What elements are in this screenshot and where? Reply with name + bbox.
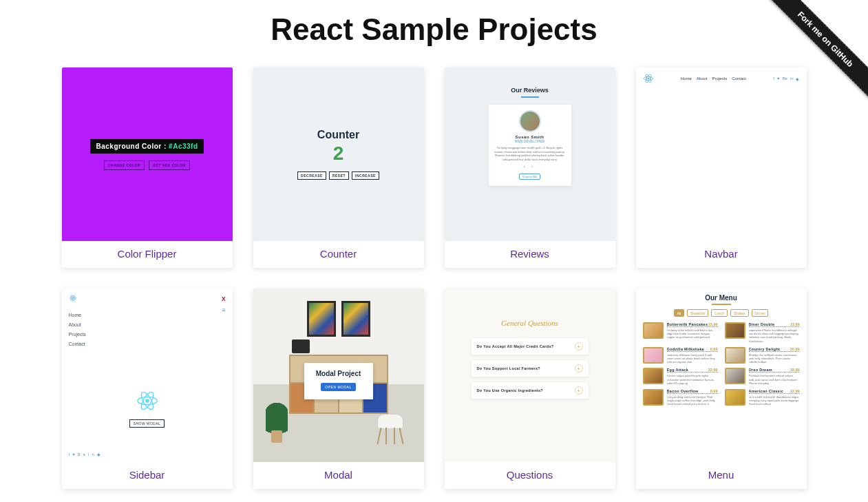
sketch-icon: ◆ [796, 76, 799, 81]
project-card-modal[interactable]: Modal Project OPEN MODAL Modal [253, 289, 424, 489]
menu-item-desc: franzen vegan pabst bicycle rights kicks… [667, 374, 718, 385]
menu-item-name: Country Delight [749, 347, 781, 351]
twitter-icon: ♥ [777, 76, 780, 81]
expand-icon: + [575, 364, 583, 373]
menu-item-image [643, 347, 664, 364]
question-item: Do You Accept All Major Credit Cards? + [472, 338, 589, 355]
filter-dinner: Dinner [752, 309, 769, 317]
nav-link-contact: Contact [732, 76, 746, 81]
menu-item-price: 18.99 [790, 368, 800, 372]
navbar-links: Home About Projects Contact [681, 76, 746, 81]
menu-item: Diner Double13.99vaporware iPhone mumble… [725, 322, 800, 343]
project-card-reviews[interactable]: Our Reviews Susan Smith WEB DEVELOPER I'… [445, 67, 615, 268]
counter-value: 2 [333, 143, 344, 165]
review-nav-arrows: ‹ › [493, 164, 567, 168]
menu-item-name: Godzilla Milkshake [667, 347, 705, 351]
reviewer-role: WEB DEVELOPER [493, 139, 567, 143]
menu-item: American Classic12.99on it tumblr kickst… [725, 389, 800, 406]
menu-item-image [643, 368, 664, 384]
review-card: Susan Smith WEB DEVELOPER I'm baby meggi… [489, 105, 571, 186]
menu-item-name: Bacon Overflow [667, 389, 699, 393]
avatar [519, 110, 541, 132]
counter-reset-button: RESET [329, 171, 349, 180]
underline-accent [712, 304, 731, 305]
menu-item-price: 20.99 [790, 347, 800, 351]
menu-item-name: Egg Attack [667, 368, 689, 372]
menu-item: Bacon Overflow8.99carry jianbing normcor… [643, 389, 718, 406]
plant-icon [266, 403, 288, 443]
wall-art-icon [341, 301, 370, 337]
expand-icon: + [575, 386, 583, 395]
project-card-menu[interactable]: Our Menu All Breakfast Lunch Shakes Dinn… [636, 289, 807, 489]
sidebar-items: Home About Projects Contact [69, 311, 226, 349]
menu-item-price: 12.99 [790, 389, 800, 393]
menu-item-desc: carry jianbing normcore freegan. Viral s… [667, 395, 718, 406]
cf-get-hex-button: GET HEX COLOR [149, 160, 190, 170]
linkedin-icon: in [88, 452, 97, 457]
menu-item-image [725, 322, 745, 339]
facebook-icon: f [773, 76, 774, 81]
card-title: Navbar [636, 241, 807, 268]
card-title: Reviews [445, 241, 615, 268]
question-text: Do You Accept All Major Credit Cards? [477, 344, 554, 348]
menu-item-desc: ombucha chillwave fanny pack 3 wolf moon… [667, 353, 718, 364]
thumbnail-modal: Modal Project OPEN MODAL [253, 289, 424, 462]
menu-item: Egg Attack22.99franzen vegan pabst bicyc… [643, 368, 718, 385]
sidebar-item-projects: Projects [69, 330, 226, 339]
sidebar-item-contact: Contact [69, 339, 226, 349]
project-card-navbar[interactable]: Home About Projects Contact f ♥ Bē in ◆ … [636, 67, 807, 268]
svg-point-0 [647, 78, 649, 80]
filter-shakes: Shakes [730, 309, 749, 317]
thumbnail-questions: General Questions Do You Accept All Majo… [445, 289, 615, 462]
expand-icon: + [575, 342, 583, 351]
card-title: Color Flipper [62, 241, 233, 268]
project-card-counter[interactable]: Counter 2 DECREASE RESET INCREASE Counte… [253, 67, 424, 268]
menu-item-image [725, 347, 745, 364]
surprise-me-button: Surprise Me [519, 174, 541, 180]
project-card-sidebar[interactable]: x ≡ Home About Projects Contact SHOW MOD… [62, 289, 233, 489]
sidebar-item-home: Home [69, 311, 226, 320]
close-icon: x [222, 295, 226, 302]
card-title: Counter [253, 241, 424, 268]
menu-item-image [643, 322, 664, 339]
counter-increase-button: INCREASE [352, 171, 379, 180]
sketch-icon: ◆ [97, 452, 103, 457]
thumbnail-navbar: Home About Projects Contact f ♥ Bē in ◆ [636, 67, 807, 241]
project-card-questions[interactable]: General Questions Do You Accept All Majo… [445, 289, 615, 489]
counter-heading: Counter [317, 129, 359, 141]
cf-hex-value: #Ac33fd [169, 143, 198, 150]
open-modal-button: OPEN MODAL [321, 383, 355, 391]
project-card-color-flipper[interactable]: Background Color : #Ac33fd CHANGE COLOR … [62, 67, 233, 268]
sidebar-item-about: About [69, 320, 226, 330]
menu-items-grid: Buttermilk Pancakes15.99I'm baby woke ml… [643, 322, 800, 406]
menu-item-price: 22.99 [708, 368, 718, 372]
show-modal-button: SHOW MODAL [129, 419, 165, 428]
menu-item: Country Delight20.99Shabby chic keffiyeh… [725, 347, 800, 364]
cf-label-prefix: Background Color : [96, 143, 169, 150]
menu-item-name: Diner Double [749, 322, 775, 326]
linkedin-icon: in [790, 76, 794, 81]
projects-grid: Background Color : #Ac33fd CHANGE COLOR … [0, 67, 868, 502]
nav-link-home: Home [681, 76, 692, 81]
menu-item-desc: Shabby chic keffiyeh neutra snackwave po… [749, 353, 800, 364]
menu-item-desc: I'm baby woke mlkshk wolf bitters live-e… [667, 328, 718, 339]
question-item: Do You Use Organic Ingredients? + [472, 382, 589, 399]
menu-item-desc: Portland chicharrones ethical edison bul… [749, 374, 800, 385]
wall-art-icon [307, 301, 336, 337]
question-text: Do You Support Local Farmers? [477, 366, 541, 370]
menu-filters: All Breakfast Lunch Shakes Dinner [643, 309, 800, 317]
filter-lunch: Lunch [711, 309, 728, 317]
react-logo-icon [69, 294, 77, 302]
menu-item-price: 8.99 [710, 389, 718, 393]
question-item: Do You Support Local Farmers? + [472, 360, 589, 377]
menu-item-image [643, 389, 664, 406]
menu-item-desc: on it tumblr kickstarter thundercats mig… [749, 395, 800, 406]
question-text: Do You Use Organic Ingredients? [477, 388, 544, 393]
thumbnail-counter: Counter 2 DECREASE RESET INCREASE [253, 67, 424, 241]
card-title: Sidebar [62, 462, 233, 489]
twitter-icon: ♥ [72, 452, 78, 457]
thumbnail-color-flipper: Background Color : #Ac33fd CHANGE COLOR … [62, 67, 233, 241]
menu-item-name: Buttermilk Pancakes [667, 322, 708, 326]
svg-point-8 [145, 399, 149, 403]
navbar-social-icons: f ♥ Bē in ◆ [773, 76, 799, 81]
